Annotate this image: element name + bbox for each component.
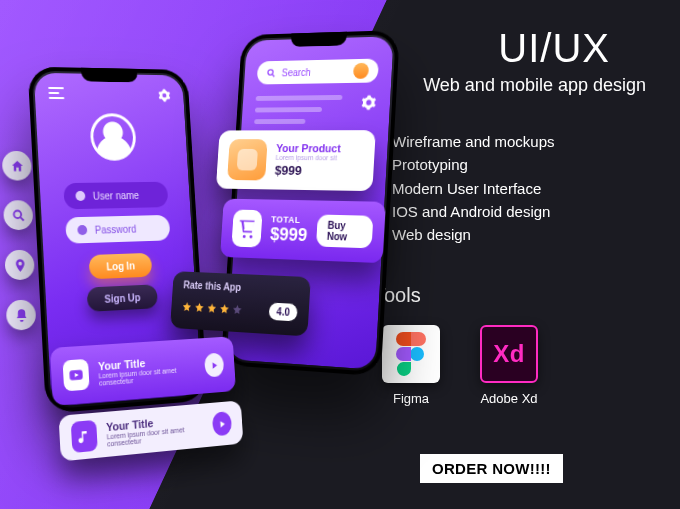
username-input[interactable]: User name (63, 182, 168, 210)
play-icon[interactable] (204, 353, 224, 378)
gear-icon[interactable] (158, 89, 172, 103)
play-icon[interactable] (212, 411, 232, 436)
total-price: $999 (270, 224, 308, 246)
mockup-stage: User name Password Log In Sign Up Search (0, 0, 420, 509)
product-price: $999 (274, 163, 340, 179)
tool-label: Adobe Xd (480, 391, 537, 406)
rating-score: 4.0 (269, 303, 298, 322)
product-subtitle: Lorem ipsum door sit (275, 154, 340, 161)
svg-point-1 (13, 210, 21, 217)
product-image (227, 139, 268, 180)
feature-list: Wireframe and mockups Prototyping Modern… (392, 130, 658, 246)
pin-icon (5, 250, 35, 280)
bell-icon (6, 300, 36, 331)
signup-button[interactable]: Sign Up (87, 284, 158, 312)
password-input[interactable]: Password (65, 215, 170, 244)
star-icon[interactable] (207, 302, 218, 313)
input-placeholder: User name (93, 189, 140, 201)
user-icon (75, 191, 85, 201)
product-card[interactable]: Your Product Lorem ipsum door sit $999 (216, 130, 376, 191)
tool-adobe-xd: Xd Adobe Xd (480, 325, 538, 406)
svg-point-2 (268, 69, 273, 74)
placeholder-lines (254, 95, 342, 124)
star-icon[interactable] (182, 301, 192, 312)
home-icon (2, 151, 32, 181)
search-icon (3, 200, 33, 230)
search-icon (266, 67, 277, 78)
search-go-icon[interactable] (353, 63, 369, 79)
product-title: Your Product (276, 142, 341, 154)
input-placeholder: Password (95, 223, 137, 235)
order-now-button[interactable]: ORDER NOW!!!! (420, 454, 563, 483)
hamburger-icon[interactable] (48, 87, 64, 99)
music-icon (71, 420, 98, 453)
total-label: TOTAL (271, 214, 309, 225)
avatar-icon (89, 113, 137, 161)
star-empty-icon[interactable] (232, 304, 243, 316)
lock-icon (77, 225, 87, 235)
list-item: Modern User Interface (392, 177, 658, 200)
star-icon[interactable] (194, 302, 205, 313)
list-item: Wireframe and mockups (392, 130, 658, 153)
rating-title: Rate this App (183, 279, 299, 296)
buy-now-button[interactable]: Buy Now (316, 214, 373, 248)
total-card: TOTAL $999 Buy Now (220, 199, 386, 263)
login-button[interactable]: Log In (89, 253, 153, 279)
cart-icon (231, 210, 262, 248)
floating-icon-column (2, 151, 36, 331)
gear-icon[interactable] (361, 94, 377, 110)
adobe-xd-icon: Xd (480, 325, 538, 383)
list-item: Web design (392, 223, 658, 246)
rating-card: Rate this App 4.0 (170, 271, 311, 336)
star-icon[interactable] (219, 303, 230, 314)
media-card[interactable]: Your Title Lorem ipsum door sit amet con… (50, 336, 236, 406)
video-icon (63, 359, 90, 392)
list-item: Prototyping (392, 153, 658, 176)
list-item: IOS and Android design (392, 200, 658, 223)
search-input[interactable]: Search (257, 59, 379, 85)
input-placeholder: Search (281, 66, 311, 77)
